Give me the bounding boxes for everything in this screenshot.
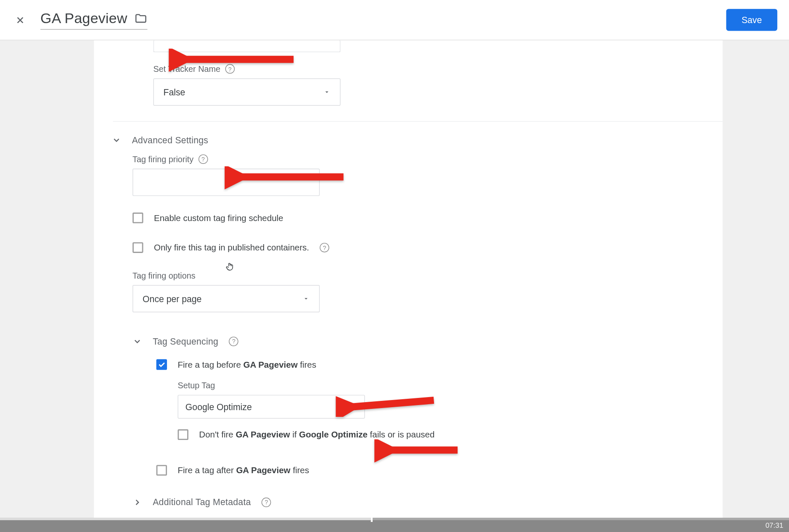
check-icon: [157, 361, 166, 369]
fire-after-checkbox[interactable]: [156, 465, 167, 475]
close-button[interactable]: [12, 12, 29, 29]
dont-fire-label: Don't fire GA Pageview if Google Optimiz…: [199, 430, 434, 440]
help-icon[interactable]: ?: [229, 336, 239, 346]
tag-config-card: Set Tracker Name ? False Advanced Settin…: [94, 40, 723, 518]
chevron-right-icon: [348, 402, 357, 412]
folder-icon[interactable]: [135, 12, 148, 25]
fire-before-checkbox[interactable]: [156, 359, 167, 370]
video-time: 07:31: [765, 521, 783, 530]
fire-before-label: Fire a tag before GA Pageview fires: [177, 360, 316, 369]
cursor-icon: [225, 261, 235, 272]
tag-firing-priority-input[interactable]: [132, 169, 320, 196]
advanced-settings-toggle[interactable]: Advanced Settings: [94, 135, 723, 145]
close-icon: [15, 15, 25, 25]
setup-tag-label: Setup Tag: [177, 381, 723, 390]
set-tracker-name-dropdown[interactable]: False: [154, 79, 341, 106]
progress-handle[interactable]: [371, 516, 373, 522]
tag-firing-options-dropdown[interactable]: Once per page: [132, 285, 320, 312]
caret-down-icon: [302, 295, 310, 302]
enable-schedule-label: Enable custom tag firing schedule: [154, 213, 283, 223]
caret-down-icon: [323, 89, 331, 96]
dont-fire-checkbox[interactable]: [177, 429, 188, 440]
field-partial[interactable]: [154, 40, 341, 52]
only-published-label: Only fire this tag in published containe…: [154, 243, 309, 253]
tag-firing-options-label: Tag firing options: [132, 271, 705, 280]
chevron-down-icon: [112, 135, 122, 145]
help-icon[interactable]: ?: [225, 64, 235, 74]
tag-name-text: GA Pageview: [40, 10, 127, 27]
dialog-header: GA Pageview Save: [0, 0, 789, 40]
chevron-down-icon: [132, 336, 142, 346]
chevron-right-icon: [132, 497, 142, 507]
help-icon[interactable]: ?: [262, 497, 271, 507]
set-tracker-name-label: Set Tracker Name ?: [154, 64, 705, 74]
video-progress-bar[interactable]: 07:31: [0, 518, 789, 532]
enable-schedule-checkbox[interactable]: [132, 213, 143, 223]
additional-metadata-toggle[interactable]: Additional Tag Metadata ?: [94, 497, 723, 507]
setup-tag-selector[interactable]: Google Optimize: [177, 395, 365, 419]
tag-sequencing-toggle[interactable]: Tag Sequencing ?: [94, 336, 723, 346]
tag-name-field[interactable]: GA Pageview: [40, 10, 148, 30]
tag-firing-priority-label: Tag firing priority ?: [132, 154, 705, 164]
page-body: Set Tracker Name ? False Advanced Settin…: [0, 40, 789, 518]
save-button[interactable]: Save: [726, 9, 777, 31]
fire-after-label: Fire a tag after GA Pageview fires: [177, 466, 309, 475]
help-icon[interactable]: ?: [320, 243, 329, 253]
help-icon[interactable]: ?: [199, 154, 208, 164]
only-published-checkbox[interactable]: [132, 242, 143, 253]
